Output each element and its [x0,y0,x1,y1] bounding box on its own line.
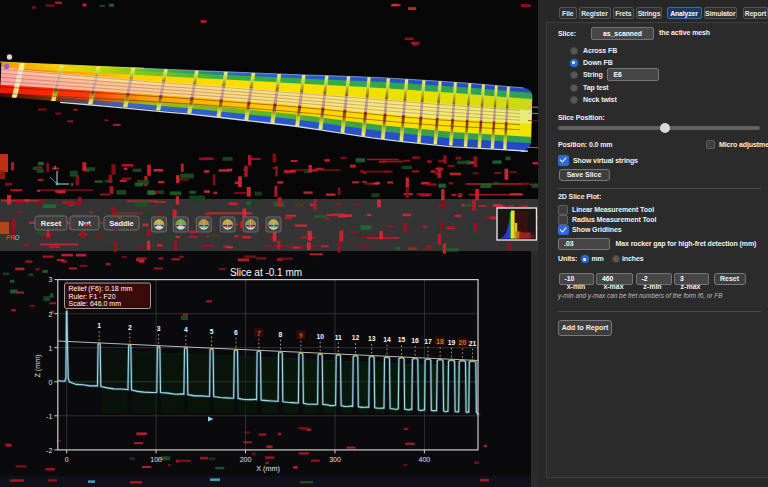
svg-text:Z (mm): Z (mm) [33,354,42,377]
svg-text:3: 3 [157,325,161,332]
svg-text:1: 1 [48,345,52,352]
svg-text:Nut: Nut [78,219,91,228]
svg-text:100: 100 [150,456,162,463]
svg-text:2: 2 [48,311,52,318]
svg-text:O: O [15,234,20,241]
svg-text:300: 300 [329,456,341,463]
svg-text:20: 20 [459,339,467,346]
svg-text:X (mm): X (mm) [256,464,280,473]
svg-text:0: 0 [48,379,52,386]
svg-text:11: 11 [335,334,342,341]
svg-text:Ruler: F1 - F20: Ruler: F1 - F20 [69,293,116,300]
svg-text:13: 13 [368,335,376,342]
svg-text:Slice at -0.1 mm: Slice at -0.1 mm [230,267,302,278]
svg-text:12: 12 [352,334,360,341]
svg-text:18: 18 [436,338,444,345]
svg-text:16: 16 [411,337,419,344]
svg-text:Saddle: Saddle [109,219,134,228]
svg-text:5: 5 [210,328,214,335]
svg-text:2: 2 [128,324,132,331]
svg-text:19: 19 [448,339,456,346]
svg-text:9: 9 [299,332,303,339]
svg-text:3: 3 [48,276,52,283]
svg-text:Reset: Reset [41,219,62,228]
svg-text:10: 10 [316,333,324,340]
svg-text:0: 0 [65,456,69,463]
svg-text:7: 7 [257,330,261,337]
svg-text:Scale: 646.0 mm: Scale: 646.0 mm [69,300,122,307]
svg-text:1: 1 [97,322,101,329]
svg-text:14: 14 [383,336,391,343]
svg-text:6: 6 [234,329,238,336]
svg-text:8: 8 [279,331,283,338]
svg-text:-1: -1 [46,413,52,420]
svg-text:-2: -2 [46,447,52,454]
svg-text:17: 17 [424,338,432,345]
svg-text:15: 15 [398,336,406,343]
svg-text:400: 400 [419,456,431,463]
svg-text:Relief (F6): 0.18 mm: Relief (F6): 0.18 mm [69,285,133,293]
svg-text:21: 21 [469,340,477,347]
svg-text:4: 4 [184,326,188,333]
svg-text:200: 200 [240,456,252,463]
